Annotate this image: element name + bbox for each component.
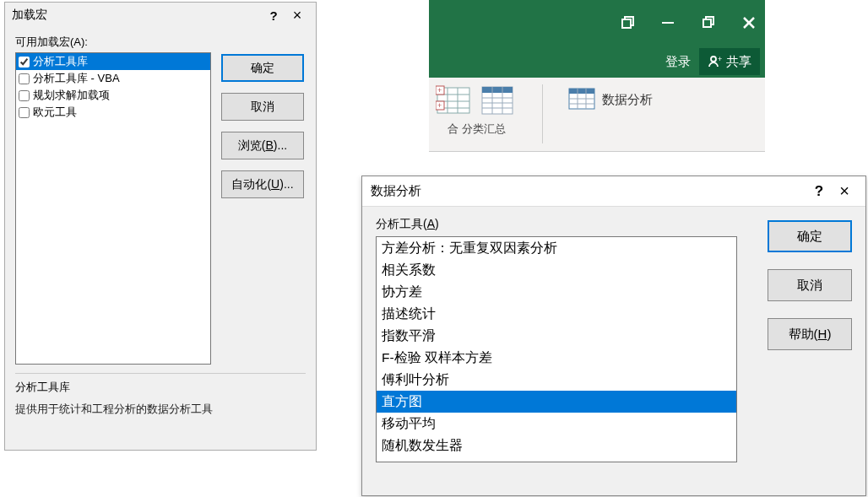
addin-desc-name: 分析工具库	[15, 380, 306, 395]
svg-point-5	[711, 57, 716, 62]
help-icon[interactable]: ?	[806, 183, 832, 200]
analysis-tool-item[interactable]: 方差分析：无重复双因素分析	[377, 237, 736, 259]
analysis-tools-listbox[interactable]: 方差分析：无重复双因素分析相关系数协方差描述统计指数平滑F-检验 双样本方差傅利…	[376, 236, 737, 462]
window-maximize-icon[interactable]	[701, 15, 716, 30]
ribbon-account-bar: 登录 + 共享	[429, 46, 765, 78]
addin-item-label: 分析工具库 - VBA	[33, 71, 120, 86]
addins-list-item[interactable]: 规划求解加载项	[16, 87, 210, 104]
analysis-tools-label: 分析工具(A)	[376, 217, 751, 232]
data-analysis-icon	[568, 88, 597, 111]
addins-list-item[interactable]: 欧元工具	[16, 104, 210, 121]
ribbon-data-tab-section: + + 合 分类汇总	[429, 78, 765, 152]
outline-label-left: 合	[448, 122, 458, 137]
help-icon[interactable]: ?	[262, 8, 285, 23]
analysis-tool-item[interactable]: 协方差	[377, 281, 736, 303]
data-analysis-button[interactable]: 数据分析	[568, 84, 653, 111]
addins-titlebar: 加载宏 ? ×	[5, 3, 316, 28]
svg-rect-18	[482, 87, 513, 93]
analysis-tool-item[interactable]: 傅利叶分析	[377, 369, 736, 391]
addin-desc-text: 提供用于统计和工程分析的数据分析工具	[15, 402, 306, 417]
analysis-tool-item[interactable]: 指数平滑	[377, 325, 736, 347]
browse-button[interactable]: 浏览(B)...	[221, 132, 304, 159]
svg-rect-0	[622, 19, 631, 28]
cancel-button[interactable]: 取消	[768, 269, 852, 301]
data-analysis-label: 数据分析	[602, 92, 653, 108]
close-icon[interactable]: ×	[285, 7, 309, 24]
addin-checkbox[interactable]	[19, 90, 30, 101]
da-title: 数据分析	[371, 183, 806, 199]
outline-group[interactable]: + + 合 分类汇总	[436, 84, 517, 137]
addin-item-label: 规划求解加载项	[33, 88, 110, 103]
analysis-tool-item[interactable]: 移动平均	[377, 413, 736, 435]
svg-rect-2	[703, 19, 711, 27]
svg-text:+: +	[437, 86, 442, 95]
addin-item-label: 欧元工具	[33, 105, 77, 120]
addin-item-label: 分析工具库	[33, 54, 88, 69]
svg-text:+: +	[718, 55, 722, 63]
addins-list-item[interactable]: 分析工具库 - VBA	[16, 70, 210, 87]
automation-button[interactable]: 自动化(U)...	[221, 170, 304, 198]
login-link[interactable]: 登录	[665, 54, 691, 70]
svg-rect-25	[569, 89, 594, 94]
addin-checkbox[interactable]	[19, 107, 30, 118]
analysis-tool-item[interactable]: 直方图	[377, 391, 736, 413]
available-addins-label: 可用加载宏(A):	[15, 35, 306, 50]
data-analysis-dialog: 数据分析 ? × 分析工具(A) 方差分析：无重复双因素分析相关系数协方差描述统…	[361, 176, 866, 496]
ok-button[interactable]: 确定	[768, 220, 852, 252]
addins-listbox[interactable]: 分析工具库分析工具库 - VBA规划求解加载项欧元工具	[15, 52, 211, 365]
addin-checkbox[interactable]	[19, 73, 30, 84]
analysis-tool-item[interactable]: 随机数发生器	[377, 435, 736, 456]
close-icon[interactable]: ×	[832, 181, 857, 201]
addins-title: 加载宏	[12, 8, 262, 23]
addins-dialog: 加载宏 ? × 可用加载宏(A): 分析工具库分析工具库 - VBA规划求解加载…	[4, 2, 317, 451]
subtotal-right-icon[interactable]	[480, 84, 517, 118]
ribbon-window-controls	[429, 0, 765, 46]
excel-ribbon-strip: 登录 + 共享 + +	[429, 0, 765, 152]
ribbon-separator	[542, 84, 543, 143]
window-close-icon[interactable]	[741, 15, 757, 30]
cancel-button[interactable]: 取消	[221, 93, 304, 121]
analysis-tool-item[interactable]: 描述统计	[377, 303, 736, 325]
ok-button[interactable]: 确定	[221, 54, 304, 82]
analysis-tool-item[interactable]: F-检验 双样本方差	[377, 347, 736, 369]
addin-checkbox[interactable]	[19, 57, 30, 68]
da-titlebar: 数据分析 ? ×	[362, 176, 865, 207]
svg-text:+: +	[437, 101, 442, 110]
window-restore-icon[interactable]	[620, 15, 635, 30]
addins-list-item[interactable]: 分析工具库	[16, 53, 210, 70]
window-minimize-icon[interactable]	[660, 15, 675, 30]
analysis-tool-item[interactable]: 相关系数	[377, 259, 736, 281]
share-button[interactable]: + 共享	[699, 48, 760, 75]
help-button[interactable]: 帮助(H)	[768, 318, 852, 350]
outline-label-right: 分类汇总	[462, 122, 506, 137]
subtotal-left-icon[interactable]: + +	[436, 84, 473, 118]
